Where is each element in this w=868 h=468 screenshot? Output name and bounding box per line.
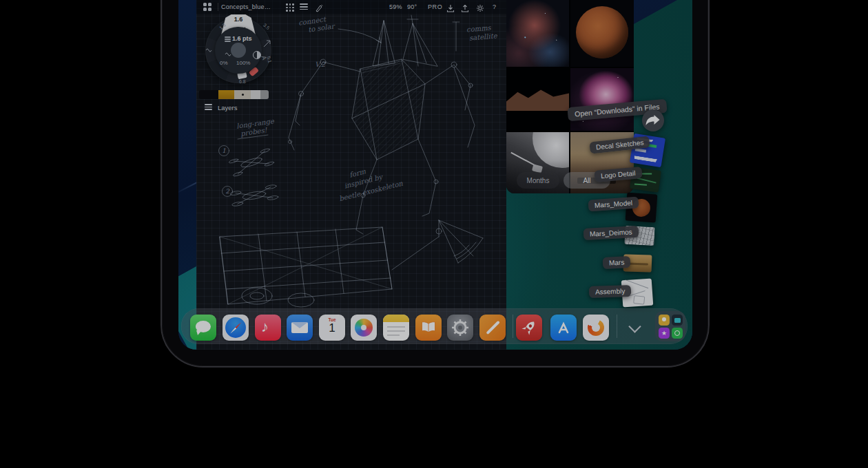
opacity-max-label: 100% [236, 60, 250, 66]
dock-icon-concepts[interactable] [479, 315, 506, 341]
selection-arrow-icon[interactable] [263, 39, 271, 47]
dock-icon-notes[interactable] [383, 315, 409, 341]
dock-icon-music[interactable]: ♪ [255, 315, 281, 341]
dock-icon-settings[interactable] [447, 315, 473, 341]
swatch-light-gray[interactable] [251, 90, 260, 99]
notes-line-2 [387, 330, 405, 332]
sketch-marker-2: 2 [225, 188, 230, 195]
dock-app-library-tile[interactable]: ★ [655, 311, 685, 341]
photos-flower-center [361, 325, 366, 330]
layers-menu-icon [205, 104, 212, 111]
swatch-warm-gray-selected[interactable] [234, 90, 251, 99]
layers-panel-header[interactable]: Layers [205, 104, 238, 111]
app-library-tips-icon [659, 315, 670, 326]
logo-scribble-3 [634, 183, 647, 185]
swatch-black[interactable] [199, 90, 218, 99]
tool-size-filled[interactable]: 6.8 [239, 79, 246, 84]
layers-title: Layers [218, 104, 238, 111]
opacity-contrast-icon [253, 51, 261, 59]
stroke-width-icon [225, 36, 231, 43]
color-c-hole [592, 323, 600, 332]
mail-flap [291, 322, 308, 328]
color-palette-bar[interactable] [199, 90, 269, 99]
tool-wheel[interactable]: 1.6 1.3 3.5 5.1 6.8 A 1.6 pts 0% 100% [205, 17, 271, 83]
dock-icon-calendar[interactable]: Tue 1 [319, 315, 345, 341]
notes-header [383, 315, 409, 322]
dock-divider-2 [617, 315, 617, 338]
music-note-glyph: ♪ [261, 318, 269, 336]
decal-text-bar-4 [634, 156, 657, 162]
notes-line-3 [387, 334, 400, 336]
ipad-screen: 1 2 connect to solar comms satellite V.2… [178, 0, 692, 350]
segment-all-label: All [583, 177, 590, 184]
photo-horsehead-nebula[interactable] [506, 0, 569, 67]
share-forward-button[interactable] [642, 109, 664, 131]
forward-arrow-icon [642, 109, 664, 131]
app-store-glyph [554, 318, 573, 337]
dock: ♪ Tue 1 [181, 308, 688, 344]
photos-app-window: Months All [506, 0, 634, 193]
swatch-gray[interactable] [260, 90, 269, 99]
photo-mars-globe[interactable] [570, 0, 634, 67]
app-library-camera-icon [672, 315, 683, 326]
dock-icon-messages[interactable] [190, 315, 216, 341]
swatch-gold[interactable] [218, 90, 234, 99]
concepts-app-window: 1 2 connect to solar comms satellite V.2… [196, 0, 506, 350]
rocket-glyph [519, 318, 539, 337]
messages-bubble-tail [196, 330, 202, 335]
dock-icon-app-store[interactable] [550, 315, 577, 341]
photo-mars-surface[interactable] [506, 68, 569, 131]
drag-label-assembly[interactable]: Assembly [589, 285, 632, 298]
app-library-star-icon: ★ [659, 328, 670, 339]
stroke-width-value[interactable]: 1.6 pts [232, 35, 252, 42]
dock-icon-safari[interactable] [223, 315, 249, 341]
soft-pencil-icon[interactable] [205, 47, 214, 53]
selected-swatch-dot [242, 94, 244, 96]
dock-divider-1 [513, 315, 513, 338]
segment-months-label: Months [527, 177, 550, 184]
app-library-podcast-icon [672, 328, 683, 339]
tool-wheel-knob[interactable] [231, 43, 246, 58]
dock-icon-rocket[interactable] [516, 315, 542, 341]
annotation-version: V.2 [315, 61, 325, 68]
opacity-min-label: 0% [220, 60, 228, 66]
dock-chevron-down-icon[interactable] [628, 320, 641, 332]
books-glyph [420, 321, 437, 334]
dock-icon-color-c[interactable] [583, 315, 609, 341]
assembly-sketch-box [633, 295, 645, 305]
logo-scribble-2 [637, 178, 657, 183]
drag-label-mars[interactable]: Mars [603, 256, 631, 269]
notes-line-1 [387, 326, 405, 328]
settings-gear-glyph [451, 318, 470, 337]
concepts-pen-glyph [486, 321, 499, 334]
dock-icon-photos[interactable] [351, 315, 377, 341]
calendar-day: 1 [319, 322, 345, 334]
selected-tool-size: 1.6 [220, 16, 256, 23]
mars-ridge [506, 87, 569, 111]
sketch-marker-1: 1 [222, 147, 226, 154]
segment-months[interactable]: Months [517, 172, 559, 189]
mars-planet-disc [576, 6, 628, 58]
dock-icon-books[interactable] [415, 315, 442, 341]
dock-icon-mail[interactable] [287, 315, 313, 341]
photo-orion-nebula[interactable] [570, 68, 634, 131]
